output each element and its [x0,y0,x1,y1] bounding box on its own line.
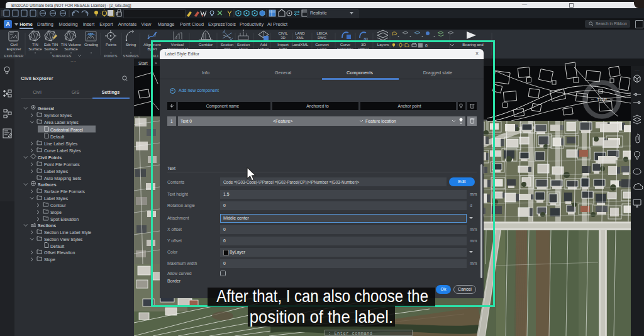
svg-text:STRINGS: STRINGS [123,54,139,58]
svg-text:Label Styles: Label Styles [44,196,69,201]
svg-text:Surface: Surface [64,47,78,51]
svg-text:Offset Elevation: Offset Elevation [44,250,75,255]
svg-text:Curve Label Styles: Curve Label Styles [44,148,81,154]
svg-text:Spot Elevation: Spot Elevation [50,217,79,222]
svg-text:Feature location: Feature location [365,119,396,123]
svg-text:DWG: DWG [318,36,327,40]
svg-text:Surface: Surface [44,47,58,51]
svg-text:General: General [38,106,54,111]
svg-text:Slope: Slope [44,257,55,262]
svg-text:Cadastral Parcel: Cadastral Parcel [50,128,83,132]
svg-text:Contour: Contour [50,203,67,208]
svg-text:Civil Points: Civil Points [38,155,62,160]
svg-text:····: ···· [635,68,640,72]
svg-text:Component name: Component name [206,104,240,109]
svg-text:Default: Default [50,135,64,139]
svg-text:SURFACES: SURFACES [52,54,72,58]
svg-text:Point File Formats: Point File Formats [44,162,80,167]
svg-text:Surface File Formats: Surface File Formats [44,189,85,194]
svg-text:Surfaces: Surfaces [38,182,57,187]
svg-text:Civil Explorer: Civil Explorer [21,76,53,81]
svg-text:LEICA: LEICA [317,31,328,35]
svg-text:Area Label Styles: Area Label Styles [44,120,79,125]
svg-text:Slope: Slope [50,210,62,215]
svg-text:LAND: LAND [295,31,304,35]
svg-text:TOP: TOP [597,97,607,103]
svg-text:Text 0: Text 0 [180,119,192,123]
svg-text:String: String [126,42,136,47]
svg-text:1: 1 [170,119,173,123]
svg-text:Sections: Sections [38,223,56,228]
svg-text:Grading: Grading [84,42,99,47]
svg-text:Default: Default [50,244,64,249]
svg-text:Section Line Label Style: Section Line Label Style [44,230,91,235]
svg-text:Civil: Civil [33,89,42,95]
svg-text:Line Label Styles: Line Label Styles [44,142,78,147]
svg-text:Explorer: Explorer [6,47,21,51]
svg-text:XML: XML [296,36,304,40]
svg-text:····: ···· [70,59,76,64]
svg-text:CIVIL: CIVIL [278,31,288,35]
svg-text:Surface: Surface [28,47,42,51]
svg-text:POINTS: POINTS [104,54,118,58]
svg-text:Start: Start [138,61,148,65]
svg-text:<Feature>: <Feature> [273,119,292,123]
svg-text:EXPLORER: EXPLORER [4,54,24,58]
svg-text:Anchored to: Anchored to [306,104,329,108]
svg-text:3D: 3D [280,36,286,40]
svg-text:GIS: GIS [72,89,80,95]
svg-text:Symbol Styles: Symbol Styles [44,113,72,118]
svg-text:Settings: Settings [102,89,119,95]
svg-text:Section View Styles: Section View Styles [44,237,83,242]
svg-text:Anchor point: Anchor point [397,104,421,109]
svg-text:Points: Points [106,42,116,47]
svg-text:Label Styles: Label Styles [44,169,69,174]
svg-text:Auto Mapping Sets: Auto Mapping Sets [44,176,82,181]
